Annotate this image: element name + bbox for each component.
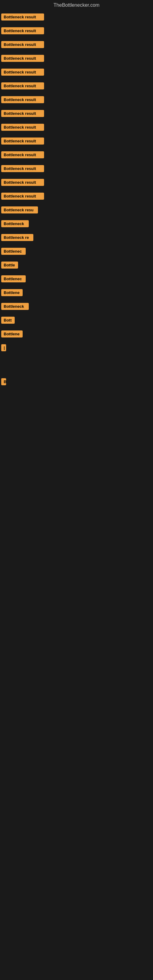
list-item: Bottleneck result xyxy=(1,67,152,77)
list-item: Bottleneck xyxy=(1,302,152,311)
bottleneck-badge[interactable]: Bottlenec xyxy=(1,248,26,255)
list-item xyxy=(1,425,152,427)
bottleneck-badge[interactable]: Bottlene xyxy=(1,289,22,296)
list-item: Bottleneck result xyxy=(1,26,152,35)
list-item: Bottleneck result xyxy=(1,95,152,105)
bottleneck-badge[interactable]: Bottleneck result xyxy=(1,179,44,186)
list-item: Bottleneck re xyxy=(1,233,152,242)
list-item: Bottleneck result xyxy=(1,150,152,159)
list-item: | xyxy=(1,343,152,353)
list-item: Bottleneck result xyxy=(1,40,152,49)
list-item xyxy=(1,391,152,393)
bottleneck-badge[interactable]: Bottleneck result xyxy=(1,68,44,76)
list-item xyxy=(1,411,152,414)
bottleneck-badge[interactable]: Bottlenec xyxy=(1,275,26,282)
list-item: Bott xyxy=(1,315,152,325)
list-item: Bottleneck result xyxy=(1,109,152,118)
list-item xyxy=(1,370,152,373)
bottleneck-badge[interactable]: Bottleneck result xyxy=(1,110,44,117)
bottleneck-badge[interactable]: Bottleneck result xyxy=(1,83,44,89)
list-item: Bottleneck result xyxy=(1,178,152,187)
bottleneck-badge[interactable]: | xyxy=(1,344,6,351)
list-item: Bottleneck result xyxy=(1,136,152,146)
bottleneck-badge[interactable]: Bottleneck result xyxy=(1,55,44,62)
items-container: Bottleneck resultBottleneck resultBottle… xyxy=(0,10,153,433)
bottleneck-badge[interactable]: Bottleneck xyxy=(1,220,29,227)
bottleneck-badge[interactable]: Bottleneck result xyxy=(1,124,44,131)
list-item: Bottleneck resu xyxy=(1,205,152,215)
bottleneck-badge[interactable]: Bottleneck re xyxy=(1,234,33,241)
bottleneck-badge[interactable]: Bottleneck result xyxy=(1,137,44,145)
site-title: TheBottlenecker.com xyxy=(0,0,153,10)
bottleneck-badge[interactable]: Bottleneck result xyxy=(1,165,44,172)
bottleneck-badge[interactable]: Bottleneck result xyxy=(1,192,44,200)
list-item: Bottleneck xyxy=(1,219,152,229)
list-item: Bottlene xyxy=(1,288,152,298)
bottleneck-badge[interactable]: Bottleneck result xyxy=(1,27,44,34)
list-item: Bottle xyxy=(1,260,152,270)
list-item: Bottleneck result xyxy=(1,164,152,173)
bottleneck-badge[interactable]: Bottleneck result xyxy=(1,151,44,158)
list-item: Bottleneck result xyxy=(1,123,152,132)
bottleneck-badge[interactable]: Bottlene xyxy=(1,331,22,337)
list-item: Bottleneck result xyxy=(1,191,152,201)
list-item: Bottlenec xyxy=(1,247,152,256)
bottleneck-badge[interactable]: Bottleneck resu xyxy=(1,207,38,213)
list-item xyxy=(1,364,152,366)
list-item: B xyxy=(1,377,152,387)
list-item: Bottleneck result xyxy=(1,12,152,22)
list-item: Bottlene xyxy=(1,329,152,339)
list-item: Bottleneck result xyxy=(1,81,152,91)
bottleneck-badge[interactable]: Bottleneck result xyxy=(1,41,44,48)
bottleneck-badge[interactable]: Bottleneck xyxy=(1,303,29,310)
bottleneck-badge[interactable]: B xyxy=(1,378,6,385)
list-item xyxy=(1,404,152,407)
list-item xyxy=(1,398,152,400)
list-item xyxy=(1,418,152,420)
bottleneck-badge[interactable]: Bottle xyxy=(1,261,18,269)
bottleneck-badge[interactable]: Bott xyxy=(1,317,15,324)
list-item: Bottleneck result xyxy=(1,54,152,63)
bottleneck-badge[interactable]: Bottleneck result xyxy=(1,13,44,21)
bottleneck-badge[interactable]: Bottleneck result xyxy=(1,96,44,103)
list-item xyxy=(1,357,152,359)
list-item: Bottlenec xyxy=(1,274,152,283)
